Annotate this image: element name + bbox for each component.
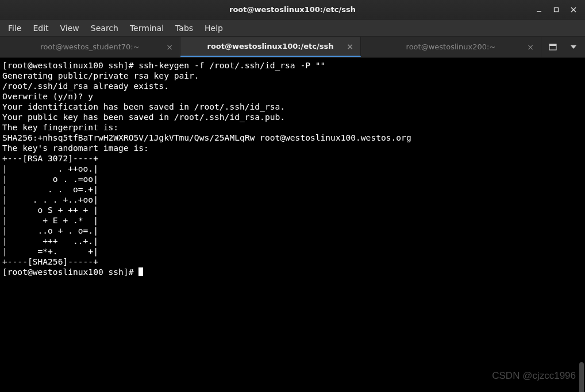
svg-rect-1 [555,7,559,11]
terminal-tab-3[interactable]: root@westoslinux200:~ × [361,37,541,57]
close-button[interactable] [565,2,582,17]
terminal-line: The key's randomart image is: [2,143,149,153]
menubar: File Edit View Search Terminal Tabs Help [0,20,585,37]
menu-terminal[interactable]: Terminal [124,21,170,35]
terminal-cursor [138,267,143,276]
minimize-button[interactable] [531,2,547,17]
menu-help[interactable]: Help [199,21,229,35]
window-controls [531,2,582,17]
shell-prompt: [root@westoslinux100 ssh]# [2,267,138,277]
menu-view[interactable]: View [55,21,85,35]
menu-file[interactable]: File [2,21,27,35]
tabbar: root@westos_student70:~ × root@westoslin… [0,37,585,58]
svg-rect-5 [549,44,556,46]
terminal-line: | + E + .* | [2,215,98,225]
terminal-tab-2[interactable]: root@westoslinux100:/etc/ssh × [180,37,361,57]
maximize-button[interactable] [548,2,564,17]
terminal-line: +---[RSA 3072]----+ [2,153,98,163]
tab-close-icon[interactable]: × [526,42,535,52]
tab-close-icon[interactable]: × [345,42,355,51]
terminal-line: | o . .=oo| [2,174,98,184]
terminal-line: /root/.ssh/id_rsa already exists. [2,81,169,91]
terminal-output[interactable]: [root@westoslinux100 ssh]# ssh-keygen -f… [0,58,585,392]
tab-label: root@westoslinux200:~ [406,42,496,51]
terminal-line: Your public key has been saved in /root/… [2,112,285,122]
svg-rect-0 [537,11,541,12]
terminal-line: SHA256:+nhsq5tfBaTrwH2WXRO5V/1JgkVTmu/Qw… [2,133,411,142]
menu-search[interactable]: Search [85,21,124,35]
tab-close-icon[interactable]: × [165,42,174,52]
terminal-line: | =*+. +| [2,246,98,256]
terminal-line: Your identification has been saved in /r… [2,102,285,111]
svg-marker-6 [571,45,576,49]
terminal-line: | ..o + . o=.| [2,226,98,235]
tab-menu-dropdown[interactable] [567,40,580,54]
terminal-line: Overwrite (y/n)? y [2,91,93,101]
tab-label: root@westoslinux100:/etc/ssh [207,42,333,51]
window-title: root@westoslinux100:/etc/ssh [229,5,356,14]
tab-controls [541,40,585,54]
terminal-line: | . . . +..+oo| [2,195,98,204]
tab-label: root@westos_student70:~ [40,42,139,51]
new-tab-button[interactable] [546,40,560,54]
terminal-line: The key fingerprint is: [2,122,118,132]
scrollbar-vertical[interactable] [579,362,584,392]
window-titlebar: root@westoslinux100:/etc/ssh [0,0,585,20]
terminal-tab-1[interactable]: root@westos_student70:~ × [0,37,180,57]
terminal-line: +----[SHA256]-----+ [2,257,98,266]
terminal-line: | . . o=.+| [2,184,98,194]
terminal-line: | . ++oo.| [2,164,98,173]
shell-prompt: [root@westoslinux100 ssh]# [2,60,138,70]
shell-command: ssh-keygen -f /root/.ssh/id_rsa -P "" [138,60,325,70]
menu-edit[interactable]: Edit [27,21,54,35]
terminal-line: | o S + ++ + | [2,205,98,215]
menu-tabs[interactable]: Tabs [170,21,199,35]
terminal-line: Generating public/private rsa key pair. [2,71,199,80]
terminal-line: | +++ ..+.| [2,236,98,246]
